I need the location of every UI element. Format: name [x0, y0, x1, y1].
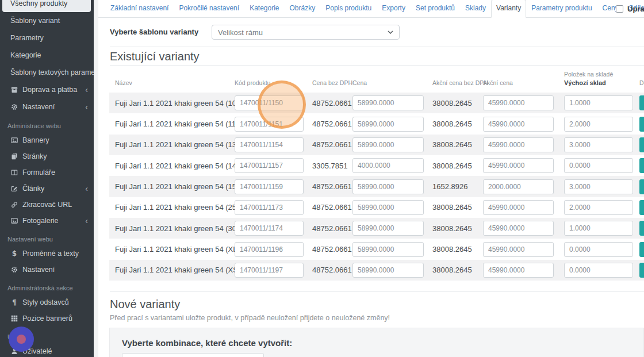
product-code-input[interactable]	[235, 242, 304, 257]
sidebar-item-bannery[interactable]: Bannery	[0, 132, 94, 148]
stock-input[interactable]	[564, 263, 633, 278]
price-input[interactable]	[352, 221, 424, 236]
sidebar-scrollbar[interactable]	[94, 0, 98, 357]
dollar-icon: $	[10, 249, 18, 258]
chevron-left-icon: ‹	[85, 217, 88, 225]
sidebar-item-label: Pozice bannerů	[22, 314, 72, 323]
sale-price-input[interactable]	[483, 117, 554, 132]
tab-set-produktu[interactable]: Set produktů	[411, 0, 460, 17]
sidebar-item-styly-odstavcu[interactable]: ¶Styly odstavců	[0, 294, 94, 310]
product-code-input[interactable]	[235, 158, 304, 173]
tab-zakladni-nastaveni[interactable]: Základní nastavení	[105, 0, 174, 17]
tab-varianty[interactable]: Varianty	[491, 0, 526, 18]
tab-obrazky[interactable]: Obrázky	[285, 0, 321, 17]
sale-price-no-vat-value: 38008.2645	[432, 224, 483, 233]
sale-price-input[interactable]	[483, 242, 554, 257]
sidebar-item-label: Doprava a platba	[22, 86, 77, 94]
sale-price-input[interactable]	[483, 179, 554, 194]
availability-button[interactable]	[639, 117, 644, 132]
tab-exporty[interactable]: Exporty	[377, 0, 411, 17]
availability-button[interactable]	[639, 263, 644, 278]
tab-sklady[interactable]: Sklady	[460, 0, 491, 17]
variant-name: Fuji Jari 1.1 2021 khaki green 54 (10")	[109, 99, 235, 108]
stock-input[interactable]	[564, 158, 633, 173]
sale-price-input[interactable]	[483, 221, 554, 236]
product-code-input[interactable]	[235, 263, 304, 278]
sale-price-input[interactable]	[483, 263, 554, 278]
price-input[interactable]	[352, 117, 424, 132]
sale-price-input[interactable]	[483, 137, 554, 152]
sale-price-input[interactable]	[483, 158, 554, 173]
sale-price-input[interactable]	[483, 95, 554, 110]
variant-template-select[interactable]: Velikost rámu	[212, 25, 400, 40]
sidebar-item-kategorie[interactable]: Kategorie	[0, 47, 94, 64]
product-code-input[interactable]	[235, 179, 304, 194]
sidebar-item-zkracovac-url[interactable]: Zkracovač URL	[0, 197, 94, 213]
sidebar-item-vsechny-produkty[interactable]: Všechny produkty	[2, 0, 91, 12]
sidebar-item-doprava-a-platba[interactable]: Doprava a platba‹	[0, 81, 94, 98]
stock-input[interactable]	[564, 137, 633, 152]
sale-price-input[interactable]	[483, 200, 554, 215]
tab-pokrocile-nastaveni[interactable]: Pokročilé nastavení	[174, 0, 244, 17]
variant-name: Fuji Jari 1.1 2021 khaki green 54 (25,4 …	[109, 203, 235, 212]
stock-input[interactable]	[564, 179, 633, 194]
availability-button[interactable]	[639, 221, 644, 236]
sidebar-item-label: Proměnné a texty	[22, 249, 79, 258]
price-input[interactable]	[352, 179, 424, 194]
variants-table-body: Fuji Jari 1.1 2021 khaki green 54 (10")4…	[109, 93, 644, 281]
edit-toggle[interactable]: Upravit	[616, 5, 644, 13]
sidebar-item-sablony-variant[interactable]: Šablony variant	[0, 12, 94, 29]
sidebar-item-parametry[interactable]: Parametry	[0, 29, 94, 47]
chevron-left-icon: ‹	[85, 103, 88, 111]
tab-kategorie[interactable]: Kategorie	[244, 0, 284, 17]
availability-button[interactable]	[639, 242, 644, 257]
sidebar-item-uzivatele[interactable]: Uživatelé	[0, 343, 94, 357]
availability-button[interactable]	[639, 137, 644, 152]
sidebar-item-label: Všechny produkty	[10, 0, 67, 7]
stock-input[interactable]	[564, 221, 633, 236]
sale-price-no-vat-value: 38008.2645	[432, 162, 483, 170]
price-input[interactable]	[352, 95, 424, 110]
price-input[interactable]	[352, 200, 424, 215]
sidebar-item-fotogalerie[interactable]: Fotogalerie‹	[0, 213, 94, 229]
product-tabs: Základní nastaveníPokročilé nastaveníKat…	[98, 0, 644, 18]
sale-price-no-vat-value: 38008.2645	[432, 140, 483, 149]
sidebar-item-nastaveni[interactable]: Nastavení	[0, 262, 94, 278]
price-input[interactable]	[352, 137, 424, 152]
product-code-input[interactable]	[235, 221, 304, 236]
sidebar-item-label: Zkracovač URL	[22, 201, 72, 209]
sidebar-item-clanky[interactable]: Články‹	[0, 181, 94, 197]
product-code-input[interactable]	[235, 117, 304, 132]
stock-input[interactable]	[564, 242, 633, 257]
price-input[interactable]	[352, 158, 424, 173]
price-input[interactable]	[352, 263, 424, 278]
product-code-input[interactable]	[235, 200, 304, 215]
availability-button[interactable]	[639, 95, 644, 110]
sidebar-item-formulare[interactable]: Formuláře	[0, 164, 94, 181]
sale-price-no-vat-value: 1652.8926	[432, 182, 483, 191]
availability-button[interactable]	[639, 158, 644, 173]
stock-input[interactable]	[564, 200, 633, 215]
availability-button[interactable]	[639, 200, 644, 215]
product-code-input[interactable]	[235, 137, 304, 152]
sidebar-item-nastaveni[interactable]: Nastavení‹	[0, 98, 94, 116]
price-input[interactable]	[352, 242, 424, 257]
column-stock: Položek na skladě Výchozí sklad	[564, 71, 633, 87]
main-content: Základní nastaveníPokročilé nastaveníKat…	[98, 0, 644, 357]
sidebar-item-pozice-banneru[interactable]: Pozice bannerů	[0, 310, 94, 327]
edit-checkbox[interactable]	[616, 5, 623, 13]
tab-popis-produktu[interactable]: Popis produktu	[320, 0, 377, 17]
availability-button[interactable]	[639, 179, 644, 194]
sidebar-item-sablony-textovych-parametru[interactable]: Šablony textových parametrů	[0, 64, 94, 81]
grid-icon	[10, 315, 18, 322]
sidebar-item-promenne-a-texty[interactable]: $Proměnné a texty	[0, 245, 94, 262]
stock-input[interactable]	[564, 117, 633, 132]
tab-parametry-produktu[interactable]: Parametry produktu	[526, 0, 597, 17]
image-icon	[10, 217, 18, 224]
product-code-input[interactable]	[235, 95, 304, 110]
pages-icon	[10, 153, 18, 160]
sidebar-item-stranky[interactable]: Stránky	[0, 148, 94, 164]
stock-input[interactable]	[564, 95, 633, 110]
user-icon	[10, 348, 18, 355]
combinations-input[interactable]	[122, 353, 264, 357]
